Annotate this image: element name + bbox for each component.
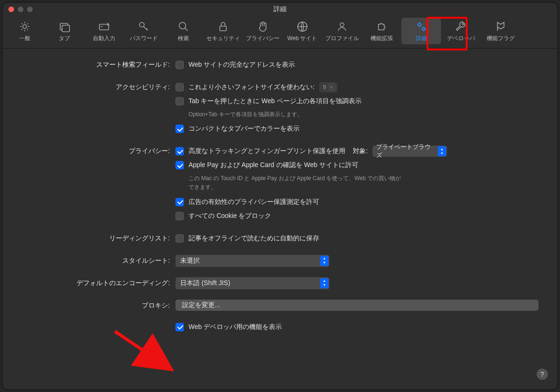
puzzle-icon — [375, 20, 389, 34]
show-full-address-label: Web サイトの完全なアドレスを表示 — [189, 61, 295, 69]
toolbar-tab-profiles[interactable]: プロファイル — [322, 18, 362, 44]
svg-point-9 — [418, 23, 421, 26]
toolbar-tab-label: Web サイト — [287, 35, 317, 42]
gear-icon — [18, 20, 32, 34]
gears-icon — [414, 20, 428, 34]
stylesheet-select[interactable]: 未選択 — [175, 255, 329, 267]
toolbar-tab-label: セキュリティ — [206, 35, 240, 42]
toolbar-tab-label: タブ — [59, 35, 70, 42]
dropdown-icon — [328, 84, 336, 91]
privacy-label: プライバシー: — [21, 145, 175, 155]
encoding-label: デフォルトのエンコーディング: — [21, 277, 175, 287]
tracking-protection-label: 高度なトラッキングとフィンガープリント保護を使用 — [189, 147, 345, 155]
toolbar-tab-label: プロファイル — [325, 35, 359, 42]
flag-icon — [494, 20, 508, 34]
svg-rect-2 — [62, 25, 70, 32]
svg-rect-6 — [220, 26, 226, 31]
toolbar-tab-extensions[interactable]: 機能拡張 — [362, 18, 401, 44]
ad-measurement-label: 広告の有効性のプライバシー保護測定を許可 — [189, 198, 319, 206]
toolbar-tab-label: 機能フラグ — [487, 35, 515, 42]
toolbar-tab-label: 機能拡張 — [371, 35, 393, 42]
save-offline-checkbox[interactable] — [175, 234, 184, 243]
show-develop-menu-label: Web デベロッパ用の機能を表示 — [189, 323, 282, 331]
accessibility-label: アクセシビリティ: — [21, 81, 175, 91]
stylesheet-label: スタイルシート: — [21, 255, 175, 265]
tracking-protection-checkbox[interactable] — [175, 147, 184, 155]
select-arrows-icon — [320, 256, 329, 266]
show-develop-menu-checkbox[interactable] — [175, 323, 184, 331]
svg-point-0 — [23, 25, 27, 28]
ad-measurement-checkbox[interactable] — [175, 198, 184, 206]
toolbar-tab-autofill[interactable]: 自動入力 — [84, 18, 124, 44]
hand-icon — [256, 20, 270, 34]
apple-pay-hint: この Mac の Touch ID と Apple Pay および Apple … — [189, 174, 403, 192]
min-font-checkbox[interactable] — [175, 83, 184, 91]
lock-icon — [216, 20, 230, 34]
apple-pay-checkbox[interactable] — [175, 161, 184, 169]
toolbar-tab-websites[interactable]: Web サイト — [282, 18, 322, 44]
toolbar-tab-label: パスワード — [130, 35, 158, 42]
svg-rect-3 — [99, 24, 109, 30]
apple-pay-label: Apple Pay および Apple Card の確認を Web サイトに許可 — [189, 161, 358, 169]
save-offline-label: 記事をオフラインで読むために自動的に保存 — [189, 234, 319, 243]
change-proxy-settings-button[interactable]: 設定を変更... — [175, 300, 539, 311]
preferences-window: 詳細 一般タブ自動入力パスワード検索セキュリティプライバシーWeb サイトプロフ… — [2, 2, 558, 390]
advanced-pane: スマート検索フィールド: Web サイトの完全なアドレスを表示 アクセシビリティ… — [3, 49, 557, 384]
toolbar-tab-search[interactable]: 検索 — [163, 18, 203, 44]
reading-list-label: リーディングリスト: — [21, 232, 175, 243]
autofill-icon — [97, 20, 111, 34]
compact-tab-color-label: コンパクトなタブバーでカラーを表示 — [189, 125, 300, 133]
toolbar-tab-label: 検索 — [178, 35, 189, 42]
tab-highlight-label: Tab キーを押したときに Web ページ上の各項目を強調表示 — [189, 97, 362, 105]
svg-point-5 — [179, 22, 186, 29]
toolbar-tab-label: 自動入力 — [93, 35, 115, 42]
help-button[interactable]: ? — [537, 369, 548, 380]
toolbar-tab-general[interactable]: 一般 — [5, 18, 44, 44]
tracking-target-label: 対象: — [353, 147, 368, 155]
tabs-icon — [57, 20, 71, 34]
globe-icon — [295, 20, 309, 34]
select-arrows-icon — [438, 146, 446, 156]
search-icon — [176, 20, 190, 34]
compact-tab-color-checkbox[interactable] — [175, 125, 184, 133]
titlebar: 詳細 — [3, 3, 557, 16]
min-font-size-select[interactable]: 9 — [319, 82, 337, 92]
toolbar-tab-label: 一般 — [19, 35, 30, 42]
toolbar-tab-advanced[interactable]: 詳細 — [401, 18, 441, 44]
window-title: 詳細 — [3, 5, 557, 14]
svg-point-10 — [422, 28, 425, 30]
tracking-target-select[interactable]: プライベートブラウズ — [372, 146, 447, 157]
tab-highlight-checkbox[interactable] — [175, 97, 184, 105]
profile-icon — [335, 20, 349, 34]
toolbar-tab-passwords[interactable]: パスワード — [124, 18, 163, 44]
smart-search-label: スマート検索フィールド: — [21, 59, 175, 69]
encoding-select[interactable]: 日本語 (Shift JIS) — [175, 277, 329, 289]
toolbar-tab-label: 詳細 — [416, 35, 427, 42]
toolbar-tab-security[interactable]: セキュリティ — [203, 18, 243, 44]
preferences-toolbar: 一般タブ自動入力パスワード検索セキュリティプライバシーWeb サイトプロファイル… — [3, 16, 557, 49]
tab-highlight-hint: Option+Tab キーで各項目を強調表示します。 — [189, 110, 403, 119]
toolbar-tab-flags[interactable]: 機能フラグ — [481, 18, 520, 44]
toolbar-tab-privacy[interactable]: プライバシー — [243, 18, 282, 44]
toolbar-tab-developer[interactable]: デベロッパ — [441, 18, 481, 44]
select-arrows-icon — [320, 278, 329, 288]
block-cookies-label: すべての Cookie をブロック — [189, 212, 271, 220]
toolbar-tab-tabs[interactable]: タブ — [44, 18, 84, 44]
toolbar-tab-label: デベロッパ — [447, 35, 475, 42]
svg-point-4 — [140, 22, 144, 27]
min-font-label: これより小さいフォントサイズを使わない: — [189, 83, 315, 91]
block-cookies-checkbox[interactable] — [175, 212, 184, 220]
wrench-icon — [454, 20, 468, 34]
proxy-label: プロキシ: — [21, 300, 175, 310]
toolbar-tab-label: プライバシー — [246, 35, 280, 42]
key-icon — [137, 20, 151, 34]
show-full-address-checkbox[interactable] — [175, 61, 184, 69]
svg-point-8 — [340, 23, 344, 27]
